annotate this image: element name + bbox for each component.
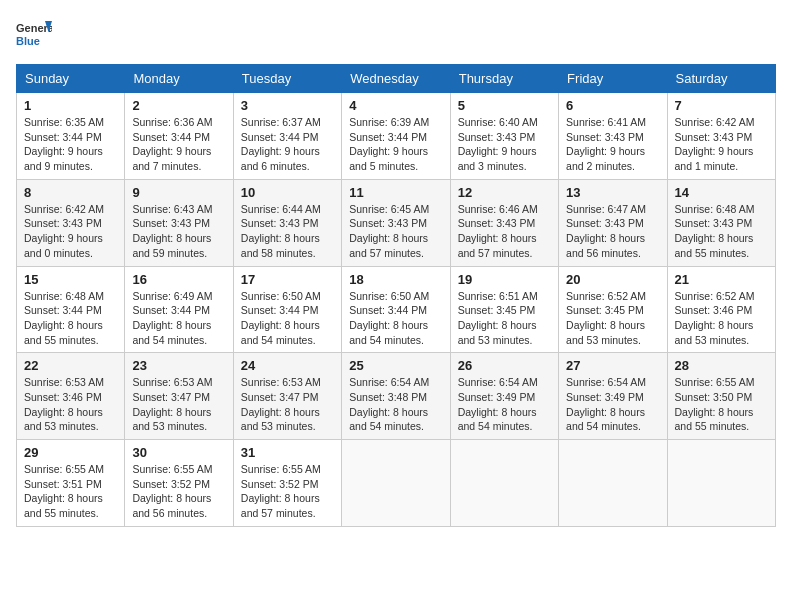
day-number: 8 [24, 185, 117, 200]
day-header-sunday: Sunday [17, 65, 125, 93]
day-number: 22 [24, 358, 117, 373]
day-info: Sunrise: 6:48 AM Sunset: 3:43 PM Dayligh… [675, 202, 768, 261]
day-info: Sunrise: 6:52 AM Sunset: 3:46 PM Dayligh… [675, 289, 768, 348]
day-info: Sunrise: 6:51 AM Sunset: 3:45 PM Dayligh… [458, 289, 551, 348]
day-number: 9 [132, 185, 225, 200]
day-number: 21 [675, 272, 768, 287]
day-info: Sunrise: 6:47 AM Sunset: 3:43 PM Dayligh… [566, 202, 659, 261]
day-info: Sunrise: 6:45 AM Sunset: 3:43 PM Dayligh… [349, 202, 442, 261]
day-number: 12 [458, 185, 551, 200]
day-info: Sunrise: 6:53 AM Sunset: 3:46 PM Dayligh… [24, 375, 117, 434]
logo-icon: General Blue [16, 16, 52, 52]
calendar-cell: 7Sunrise: 6:42 AM Sunset: 3:43 PM Daylig… [667, 93, 775, 180]
day-number: 25 [349, 358, 442, 373]
calendar-cell: 8Sunrise: 6:42 AM Sunset: 3:43 PM Daylig… [17, 179, 125, 266]
day-number: 6 [566, 98, 659, 113]
calendar-cell: 29Sunrise: 6:55 AM Sunset: 3:51 PM Dayli… [17, 440, 125, 527]
calendar-cell [667, 440, 775, 527]
day-info: Sunrise: 6:41 AM Sunset: 3:43 PM Dayligh… [566, 115, 659, 174]
day-header-wednesday: Wednesday [342, 65, 450, 93]
day-info: Sunrise: 6:42 AM Sunset: 3:43 PM Dayligh… [24, 202, 117, 261]
calendar-cell: 17Sunrise: 6:50 AM Sunset: 3:44 PM Dayli… [233, 266, 341, 353]
day-number: 7 [675, 98, 768, 113]
day-info: Sunrise: 6:48 AM Sunset: 3:44 PM Dayligh… [24, 289, 117, 348]
svg-text:Blue: Blue [16, 35, 40, 47]
day-info: Sunrise: 6:36 AM Sunset: 3:44 PM Dayligh… [132, 115, 225, 174]
day-number: 13 [566, 185, 659, 200]
day-number: 11 [349, 185, 442, 200]
day-info: Sunrise: 6:53 AM Sunset: 3:47 PM Dayligh… [132, 375, 225, 434]
day-info: Sunrise: 6:55 AM Sunset: 3:51 PM Dayligh… [24, 462, 117, 521]
calendar-cell: 14Sunrise: 6:48 AM Sunset: 3:43 PM Dayli… [667, 179, 775, 266]
logo-container: General Blue [16, 16, 52, 52]
calendar-cell: 22Sunrise: 6:53 AM Sunset: 3:46 PM Dayli… [17, 353, 125, 440]
day-number: 30 [132, 445, 225, 460]
day-number: 26 [458, 358, 551, 373]
calendar-cell: 20Sunrise: 6:52 AM Sunset: 3:45 PM Dayli… [559, 266, 667, 353]
calendar-cell: 24Sunrise: 6:53 AM Sunset: 3:47 PM Dayli… [233, 353, 341, 440]
calendar-cell: 19Sunrise: 6:51 AM Sunset: 3:45 PM Dayli… [450, 266, 558, 353]
day-info: Sunrise: 6:46 AM Sunset: 3:43 PM Dayligh… [458, 202, 551, 261]
day-number: 2 [132, 98, 225, 113]
calendar-cell: 2Sunrise: 6:36 AM Sunset: 3:44 PM Daylig… [125, 93, 233, 180]
calendar-week-row: 29Sunrise: 6:55 AM Sunset: 3:51 PM Dayli… [17, 440, 776, 527]
day-info: Sunrise: 6:49 AM Sunset: 3:44 PM Dayligh… [132, 289, 225, 348]
calendar-cell: 30Sunrise: 6:55 AM Sunset: 3:52 PM Dayli… [125, 440, 233, 527]
day-header-monday: Monday [125, 65, 233, 93]
calendar-week-row: 8Sunrise: 6:42 AM Sunset: 3:43 PM Daylig… [17, 179, 776, 266]
calendar-header-row: SundayMondayTuesdayWednesdayThursdayFrid… [17, 65, 776, 93]
calendar-cell: 27Sunrise: 6:54 AM Sunset: 3:49 PM Dayli… [559, 353, 667, 440]
day-number: 14 [675, 185, 768, 200]
day-info: Sunrise: 6:43 AM Sunset: 3:43 PM Dayligh… [132, 202, 225, 261]
day-info: Sunrise: 6:54 AM Sunset: 3:48 PM Dayligh… [349, 375, 442, 434]
calendar-cell: 10Sunrise: 6:44 AM Sunset: 3:43 PM Dayli… [233, 179, 341, 266]
calendar-cell: 23Sunrise: 6:53 AM Sunset: 3:47 PM Dayli… [125, 353, 233, 440]
day-number: 18 [349, 272, 442, 287]
calendar-cell [559, 440, 667, 527]
calendar-cell: 3Sunrise: 6:37 AM Sunset: 3:44 PM Daylig… [233, 93, 341, 180]
day-number: 3 [241, 98, 334, 113]
calendar-cell: 25Sunrise: 6:54 AM Sunset: 3:48 PM Dayli… [342, 353, 450, 440]
day-info: Sunrise: 6:54 AM Sunset: 3:49 PM Dayligh… [566, 375, 659, 434]
day-number: 29 [24, 445, 117, 460]
calendar-cell: 18Sunrise: 6:50 AM Sunset: 3:44 PM Dayli… [342, 266, 450, 353]
calendar-cell: 16Sunrise: 6:49 AM Sunset: 3:44 PM Dayli… [125, 266, 233, 353]
day-number: 16 [132, 272, 225, 287]
day-number: 31 [241, 445, 334, 460]
day-number: 27 [566, 358, 659, 373]
calendar-cell [342, 440, 450, 527]
calendar-cell: 31Sunrise: 6:55 AM Sunset: 3:52 PM Dayli… [233, 440, 341, 527]
day-number: 20 [566, 272, 659, 287]
calendar-table: SundayMondayTuesdayWednesdayThursdayFrid… [16, 64, 776, 527]
calendar-week-row: 22Sunrise: 6:53 AM Sunset: 3:46 PM Dayli… [17, 353, 776, 440]
calendar-cell: 4Sunrise: 6:39 AM Sunset: 3:44 PM Daylig… [342, 93, 450, 180]
logo: General Blue [16, 16, 52, 52]
day-info: Sunrise: 6:35 AM Sunset: 3:44 PM Dayligh… [24, 115, 117, 174]
calendar-cell: 1Sunrise: 6:35 AM Sunset: 3:44 PM Daylig… [17, 93, 125, 180]
day-info: Sunrise: 6:50 AM Sunset: 3:44 PM Dayligh… [241, 289, 334, 348]
calendar-cell: 9Sunrise: 6:43 AM Sunset: 3:43 PM Daylig… [125, 179, 233, 266]
day-info: Sunrise: 6:44 AM Sunset: 3:43 PM Dayligh… [241, 202, 334, 261]
calendar-cell: 6Sunrise: 6:41 AM Sunset: 3:43 PM Daylig… [559, 93, 667, 180]
day-header-thursday: Thursday [450, 65, 558, 93]
day-number: 24 [241, 358, 334, 373]
day-number: 15 [24, 272, 117, 287]
day-number: 23 [132, 358, 225, 373]
calendar-cell: 5Sunrise: 6:40 AM Sunset: 3:43 PM Daylig… [450, 93, 558, 180]
calendar-cell: 11Sunrise: 6:45 AM Sunset: 3:43 PM Dayli… [342, 179, 450, 266]
calendar-cell: 13Sunrise: 6:47 AM Sunset: 3:43 PM Dayli… [559, 179, 667, 266]
calendar-cell: 15Sunrise: 6:48 AM Sunset: 3:44 PM Dayli… [17, 266, 125, 353]
calendar-week-row: 1Sunrise: 6:35 AM Sunset: 3:44 PM Daylig… [17, 93, 776, 180]
calendar-cell: 21Sunrise: 6:52 AM Sunset: 3:46 PM Dayli… [667, 266, 775, 353]
day-info: Sunrise: 6:55 AM Sunset: 3:52 PM Dayligh… [241, 462, 334, 521]
day-info: Sunrise: 6:52 AM Sunset: 3:45 PM Dayligh… [566, 289, 659, 348]
calendar-cell [450, 440, 558, 527]
day-info: Sunrise: 6:39 AM Sunset: 3:44 PM Dayligh… [349, 115, 442, 174]
day-header-saturday: Saturday [667, 65, 775, 93]
calendar-cell: 26Sunrise: 6:54 AM Sunset: 3:49 PM Dayli… [450, 353, 558, 440]
calendar-cell: 12Sunrise: 6:46 AM Sunset: 3:43 PM Dayli… [450, 179, 558, 266]
day-number: 5 [458, 98, 551, 113]
day-number: 4 [349, 98, 442, 113]
day-header-tuesday: Tuesday [233, 65, 341, 93]
calendar-cell: 28Sunrise: 6:55 AM Sunset: 3:50 PM Dayli… [667, 353, 775, 440]
